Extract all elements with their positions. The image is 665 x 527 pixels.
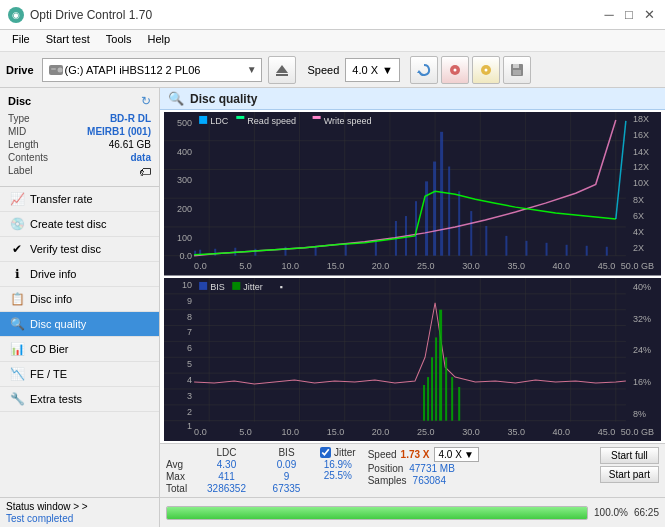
- progress-text: 100.0%: [594, 507, 628, 518]
- svg-text:30.0: 30.0: [462, 261, 480, 271]
- drive-selector[interactable]: (G:) ATAPI iHBS112 2 PL06 ▼: [42, 58, 262, 82]
- disc-contents-label: Contents: [8, 152, 48, 163]
- speed-dropdown-arrow[interactable]: ▼: [382, 64, 393, 76]
- speed-target-arrow[interactable]: ▼: [464, 449, 474, 460]
- save-button[interactable]: [503, 56, 531, 84]
- menu-help[interactable]: Help: [139, 32, 178, 49]
- menu-tools[interactable]: Tools: [98, 32, 140, 49]
- svg-text:10.0: 10.0: [281, 261, 299, 271]
- menu-start-test[interactable]: Start test: [38, 32, 98, 49]
- progress-bar-fill: [167, 507, 587, 519]
- status-window-toggle[interactable]: Status window > > Test completed: [0, 498, 160, 527]
- speed-target: 4.0 X: [439, 449, 462, 460]
- svg-text:12X: 12X: [633, 163, 649, 173]
- ldc-header: LDC: [194, 447, 259, 458]
- disc-quality-title: Disc quality: [190, 92, 257, 106]
- svg-text:▪: ▪: [279, 281, 282, 291]
- svg-rect-140: [435, 337, 437, 420]
- samples-value: 763084: [413, 475, 446, 486]
- maximize-button[interactable]: □: [621, 7, 637, 23]
- sidebar-item-cd-bier[interactable]: 📊 CD Bier: [0, 337, 159, 362]
- disc-mid-label: MID: [8, 126, 26, 137]
- status-window-text: Status window > >: [6, 501, 153, 512]
- svg-rect-55: [199, 116, 207, 124]
- svg-text:30.0: 30.0: [462, 426, 480, 436]
- jitter-section: Jitter 16.9% 25.5%: [320, 447, 356, 481]
- disc-yellow-button[interactable]: [472, 56, 500, 84]
- svg-text:40%: 40%: [633, 281, 651, 291]
- svg-text:5.0: 5.0: [239, 426, 252, 436]
- sidebar-item-disc-info[interactable]: 📋 Disc info: [0, 287, 159, 312]
- disc-mid-value: MEIRB1 (001): [87, 126, 151, 137]
- sidebar-item-extra-tests[interactable]: 🔧 Extra tests: [0, 387, 159, 412]
- sidebar: Disc ↻ Type BD-R DL MID MEIRB1 (001) Len…: [0, 88, 160, 497]
- minimize-button[interactable]: ─: [601, 7, 617, 23]
- svg-text:20.0: 20.0: [372, 426, 390, 436]
- max-bis: 9: [259, 471, 314, 482]
- sidebar-item-transfer-rate[interactable]: 📈 Transfer rate: [0, 187, 159, 212]
- svg-text:25.0: 25.0: [417, 261, 435, 271]
- svg-rect-78: [470, 211, 472, 256]
- transfer-rate-icon: 📈: [10, 192, 24, 206]
- sidebar-item-create-test-disc[interactable]: 💿 Create test disc: [0, 212, 159, 237]
- chart2-svg: 10 9 8 7 6 5 4 3 2 1 40% 32% 24%: [164, 278, 661, 442]
- disc-contents-value[interactable]: data: [130, 152, 151, 163]
- speed-label: Speed: [308, 64, 340, 76]
- svg-text:Read speed: Read speed: [247, 116, 296, 126]
- sidebar-item-transfer-rate-label: Transfer rate: [30, 193, 93, 205]
- sidebar-item-fe-te[interactable]: 📉 FE / TE: [0, 362, 159, 387]
- svg-text:500: 500: [177, 118, 192, 128]
- svg-text:15.0: 15.0: [327, 261, 345, 271]
- speed-target-selector[interactable]: 4.0 X ▼: [434, 447, 479, 462]
- sidebar-item-disc-quality[interactable]: 🔍 Disc quality: [0, 312, 159, 337]
- svg-marker-3: [276, 65, 288, 73]
- close-button[interactable]: ✕: [641, 7, 657, 23]
- speed-selector[interactable]: 4.0 X ▼: [345, 58, 400, 82]
- completed-text: Test completed: [6, 513, 153, 524]
- svg-rect-132: [199, 281, 207, 289]
- menu-file[interactable]: File: [4, 32, 38, 49]
- time-text: 66:25: [634, 507, 659, 518]
- svg-rect-79: [485, 226, 487, 256]
- disc-refresh-icon[interactable]: ↻: [141, 94, 151, 108]
- jitter-checkbox[interactable]: [320, 447, 331, 458]
- disc-label-icon[interactable]: 🏷: [139, 165, 151, 179]
- svg-rect-134: [232, 281, 240, 289]
- svg-rect-57: [236, 116, 244, 119]
- drive-info-icon: ℹ: [10, 267, 24, 281]
- svg-text:2X: 2X: [633, 243, 644, 253]
- start-full-button[interactable]: Start full: [600, 447, 659, 464]
- svg-rect-12: [513, 70, 521, 75]
- svg-rect-84: [586, 246, 588, 256]
- svg-text:18X: 18X: [633, 114, 649, 124]
- refresh-button[interactable]: [410, 56, 438, 84]
- menu-bar: File Start test Tools Help: [0, 30, 665, 52]
- svg-rect-2: [51, 68, 56, 70]
- start-part-button[interactable]: Start part: [600, 466, 659, 483]
- title-bar: ◉ Opti Drive Control 1.70 ─ □ ✕: [0, 0, 665, 30]
- avg-label: Avg: [166, 459, 194, 470]
- status-right: 100.0% 66:25: [160, 506, 665, 520]
- svg-text:15.0: 15.0: [327, 426, 345, 436]
- svg-text:40.0: 40.0: [553, 261, 571, 271]
- position-label: Position: [368, 463, 404, 474]
- svg-rect-85: [606, 247, 608, 256]
- svg-rect-82: [546, 243, 548, 256]
- disc-red-icon: [448, 63, 462, 77]
- sidebar-item-drive-info-label: Drive info: [30, 268, 76, 280]
- svg-text:10.0: 10.0: [281, 426, 299, 436]
- svg-text:32%: 32%: [633, 313, 651, 323]
- disc-red-button[interactable]: [441, 56, 469, 84]
- sidebar-item-verify-test-disc[interactable]: ✔ Verify test disc: [0, 237, 159, 262]
- sidebar-item-drive-info[interactable]: ℹ Drive info: [0, 262, 159, 287]
- svg-text:6X: 6X: [633, 211, 644, 221]
- svg-text:9: 9: [187, 295, 192, 305]
- svg-text:14X: 14X: [633, 147, 649, 157]
- drive-dropdown-arrow[interactable]: ▼: [247, 64, 257, 75]
- eject-icon: [275, 63, 289, 77]
- svg-text:45.0: 45.0: [598, 426, 616, 436]
- drive-text: (G:) ATAPI iHBS112 2 PL06: [65, 64, 243, 76]
- svg-text:4X: 4X: [633, 227, 644, 237]
- title-bar-text: Opti Drive Control 1.70: [30, 8, 152, 22]
- eject-button[interactable]: [268, 56, 296, 84]
